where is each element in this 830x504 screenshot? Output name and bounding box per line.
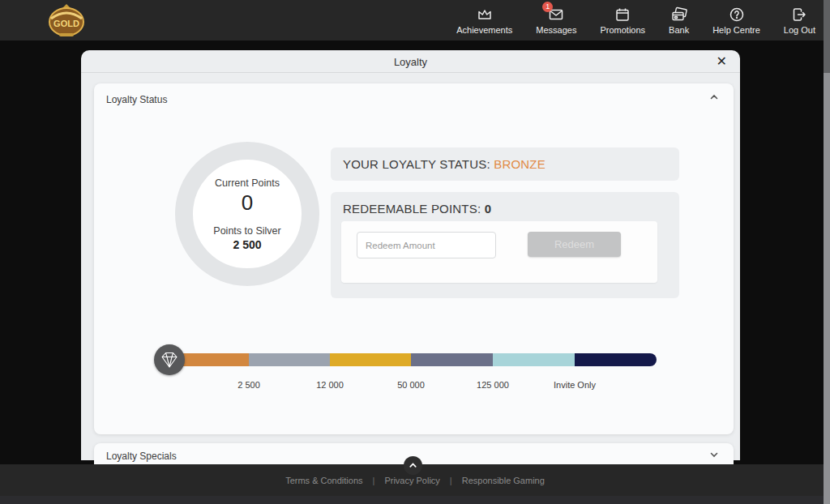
footer-link-privacy[interactable]: Privacy Policy (384, 476, 439, 485)
tier-segment-invite-only (575, 353, 657, 366)
redeemable-points-value: 0 (485, 202, 492, 216)
tier-segment-silver (249, 353, 330, 366)
footer-link-terms[interactable]: Terms & Conditions (285, 476, 362, 485)
redeemable-points-title: REDEEMABLE POINTS: 0 (343, 202, 491, 216)
svg-text:GOLD: GOLD (53, 19, 79, 28)
points-donut: Current Points 0 Points to Silver 2 500 (175, 142, 319, 286)
bottom-strip (0, 496, 830, 504)
tier-boundary-label: 50 000 (397, 380, 425, 390)
loyalty-status-section-title: Loyalty Status (106, 94, 167, 105)
loyalty-status-label: YOUR LOYALTY STATUS: (343, 157, 490, 171)
nav-label: Promotions (600, 25, 645, 35)
current-points-value: 0 (242, 190, 253, 216)
chevron-up-icon (409, 461, 417, 470)
points-to-next-label: Points to Silver (213, 225, 280, 237)
chevron-up-icon[interactable] (709, 92, 719, 102)
redeem-form-card: Redeem (341, 221, 657, 283)
loyalty-status-card: Loyalty Status Current Points 0 Points t… (94, 83, 734, 434)
tier-boundary-label: 2 500 (237, 380, 260, 390)
messages-badge: 1 (542, 2, 553, 12)
tier-boundary-label: 12 000 (316, 380, 344, 390)
nav-menu: Achievements 1 Messages Promotions (456, 0, 815, 41)
loyalty-status-value: BRONZE (494, 157, 545, 171)
modal-title: Loyalty (81, 56, 740, 68)
loyalty-modal: Loyalty ✕ Loyalty Status Current Points … (81, 50, 740, 460)
tier-segment-diamond (493, 353, 575, 366)
footer-separator: | (373, 476, 375, 485)
nav-label: Help Centre (712, 25, 760, 35)
modal-header: Loyalty ✕ (81, 50, 740, 73)
nav-label: Messages (536, 25, 576, 35)
casino-logo-icon: GOLD (46, 2, 87, 38)
casino-logo[interactable]: GOLD (46, 2, 87, 38)
tier-boundary-label: Invite Only (554, 380, 596, 390)
redeemable-points-panel: REDEEMABLE POINTS: 0 Redeem (331, 192, 679, 298)
current-points-label: Current Points (215, 177, 280, 189)
redeemable-points-label: REDEEMABLE POINTS: (343, 202, 481, 216)
nav-item-promotions[interactable]: Promotions (600, 6, 645, 35)
current-tier-badge (154, 344, 185, 375)
page-scrollbar-thumb[interactable] (824, 0, 830, 73)
calendar-icon (614, 6, 631, 23)
nav-item-achievements[interactable]: Achievements (456, 6, 512, 35)
nav-item-log-out[interactable]: Log Out (784, 6, 815, 35)
nav-label: Achievements (456, 25, 512, 35)
tier-progress-bar (169, 353, 657, 366)
tier-segment-platinum (411, 353, 493, 366)
tier-boundary-label: 125 000 (477, 380, 509, 390)
points-donut-content: Current Points 0 Points to Silver 2 500 (193, 160, 302, 268)
tier-segment-gold (330, 353, 411, 366)
close-icon[interactable]: ✕ (717, 53, 727, 70)
nav-item-help-centre[interactable]: Help Centre (712, 6, 760, 35)
nav-item-bank[interactable]: Bank (669, 6, 689, 35)
redeem-amount-input[interactable] (357, 232, 496, 258)
nav-item-messages[interactable]: 1 Messages (536, 6, 576, 35)
help-icon (729, 6, 745, 23)
footer-link-responsible-gaming[interactable]: Responsible Gaming (462, 476, 545, 485)
scroll-to-top-button[interactable] (404, 456, 422, 475)
bank-cards-icon (671, 6, 687, 23)
nav-label: Bank (669, 25, 689, 35)
logout-icon (791, 6, 807, 23)
points-to-next-value: 2 500 (233, 238, 261, 251)
footer-separator: | (450, 476, 452, 485)
loyalty-status-panel: YOUR LOYALTY STATUS: BRONZE (331, 147, 679, 181)
loyalty-specials-section-title: Loyalty Specials (106, 451, 177, 462)
crown-icon (477, 6, 493, 23)
page-scrollbar-track[interactable] (824, 0, 830, 504)
nav-label: Log Out (784, 25, 815, 35)
redeem-button[interactable]: Redeem (528, 232, 621, 257)
chevron-down-icon[interactable] (709, 450, 719, 459)
diamond-icon (160, 351, 178, 369)
top-nav-bar: GOLD Achievements 1 Messages (0, 0, 830, 41)
envelope-icon: 1 (548, 6, 564, 23)
